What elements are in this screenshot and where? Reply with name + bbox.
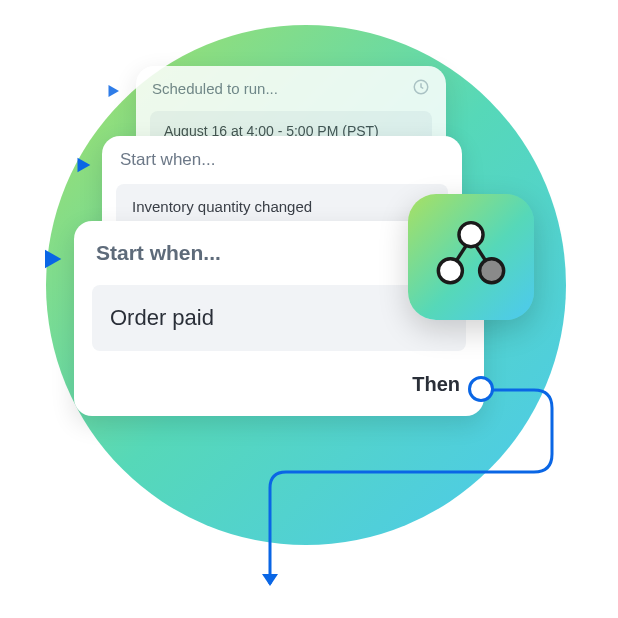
play-marker-icon xyxy=(38,245,66,277)
card-header-text: Scheduled to run... xyxy=(152,80,278,97)
play-marker-icon xyxy=(104,82,122,104)
card-header: Scheduled to run... xyxy=(136,66,446,111)
card-header-text: Start when... xyxy=(96,241,221,265)
svg-point-3 xyxy=(459,223,483,247)
clock-icon xyxy=(412,78,430,99)
svg-point-4 xyxy=(438,259,462,283)
play-marker-icon xyxy=(72,154,94,180)
flow-arrow-connector xyxy=(256,386,568,606)
flow-connector-node[interactable] xyxy=(468,376,494,402)
svg-point-5 xyxy=(480,259,504,283)
card-header: Start when... xyxy=(102,136,462,184)
workflow-app-icon xyxy=(408,194,534,320)
tree-graph-icon xyxy=(428,214,514,300)
card-header-text: Start when... xyxy=(120,150,215,170)
